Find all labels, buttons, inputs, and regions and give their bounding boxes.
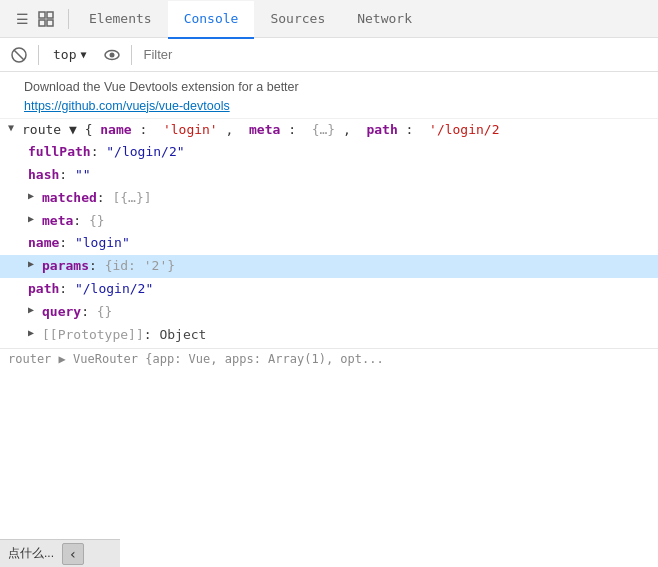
matched-line: matched : [{…}] xyxy=(0,187,658,210)
route-preview: ▼ { name : 'login' , meta : {…} , path :… xyxy=(69,120,500,141)
left-arrow-icon: ‹ xyxy=(69,546,77,562)
tab-bar: ☰ Elements Console Sources Network xyxy=(0,0,658,38)
filter-input[interactable] xyxy=(140,45,650,64)
red-arrow-indicator xyxy=(0,252,6,281)
eye-icon[interactable] xyxy=(101,44,123,66)
toolbar-divider-1 xyxy=(38,45,39,65)
toolbar-divider-2 xyxy=(131,45,132,65)
tab-icons: ☰ xyxy=(4,9,64,29)
query-expand[interactable] xyxy=(28,302,40,318)
prototype-line: [[Prototype]] : Object xyxy=(0,324,658,347)
context-selector[interactable]: top ▼ xyxy=(47,45,93,64)
route-label: route xyxy=(22,120,69,141)
inspect-icon[interactable] xyxy=(36,9,56,29)
params-line: params : {id: '2'} xyxy=(0,255,658,278)
footer-text: router ▶ VueRouter {app: Vue, apps: Arra… xyxy=(8,350,384,369)
bottom-bar: 点什么... ‹ xyxy=(0,539,120,567)
name-key: name xyxy=(28,233,59,254)
tab-console[interactable]: Console xyxy=(168,1,255,39)
tab-elements[interactable]: Elements xyxy=(73,1,168,39)
path-key: path xyxy=(28,279,59,300)
prototype-label: [[Prototype]] xyxy=(42,325,144,346)
context-label: top xyxy=(53,47,76,62)
route-expand-arrow[interactable] xyxy=(8,120,20,136)
params-preview: {id: '2'} xyxy=(105,256,175,277)
meta-expand[interactable] xyxy=(28,211,40,227)
info-message: Download the Vue Devtools extension for … xyxy=(0,76,658,119)
path-val: "/login/2" xyxy=(75,279,153,300)
svg-line-5 xyxy=(14,50,24,60)
svg-rect-3 xyxy=(47,20,53,26)
prototype-expand[interactable] xyxy=(28,325,40,341)
hash-line: hash : "" xyxy=(0,164,658,187)
params-expand[interactable] xyxy=(28,256,40,272)
meta-line: meta : {} xyxy=(0,210,658,233)
tab-divider xyxy=(68,9,69,29)
hash-val: "" xyxy=(75,165,91,186)
name-line: name : "login" xyxy=(0,232,658,255)
fullpath-key: fullPath xyxy=(28,142,91,163)
dropdown-arrow: ▼ xyxy=(80,49,86,60)
svg-rect-0 xyxy=(39,12,45,18)
meta-key: meta xyxy=(42,211,73,232)
svg-point-7 xyxy=(109,52,114,57)
matched-preview: [{…}] xyxy=(112,188,151,209)
tab-sources[interactable]: Sources xyxy=(254,1,341,39)
svg-rect-2 xyxy=(39,20,45,26)
hash-key: hash xyxy=(28,165,59,186)
fullpath-line: fullPath : "/login/2" xyxy=(0,141,658,164)
svg-rect-1 xyxy=(47,12,53,18)
matched-key: matched xyxy=(42,188,97,209)
matched-expand[interactable] xyxy=(28,188,40,204)
hamburger-icon[interactable]: ☰ xyxy=(12,9,32,29)
name-val: "login" xyxy=(75,233,130,254)
toolbar: top ▼ xyxy=(0,38,658,72)
query-key: query xyxy=(42,302,81,323)
query-line: query : {} xyxy=(0,301,658,324)
devtools-link[interactable]: https://github.com/vuejs/vue-devtools xyxy=(24,99,230,113)
meta-preview: {} xyxy=(89,211,105,232)
clear-console-icon[interactable] xyxy=(8,44,30,66)
path-line: path : "/login/2" xyxy=(0,278,658,301)
console-content: Download the Vue Devtools extension for … xyxy=(0,72,658,567)
info-text: Download the Vue Devtools extension for … xyxy=(24,80,299,94)
route-root-line: route ▼ { name : 'login' , meta : {…} , … xyxy=(0,119,658,142)
bottom-text: 点什么... xyxy=(0,545,62,562)
tab-network[interactable]: Network xyxy=(341,1,428,39)
footer-log-line: router ▶ VueRouter {app: Vue, apps: Arra… xyxy=(0,348,658,370)
bottom-arrow-button[interactable]: ‹ xyxy=(62,543,84,565)
params-key: params xyxy=(42,256,89,277)
prototype-val: Object xyxy=(159,325,206,346)
query-preview: {} xyxy=(97,302,113,323)
fullpath-val: "/login/2" xyxy=(106,142,184,163)
